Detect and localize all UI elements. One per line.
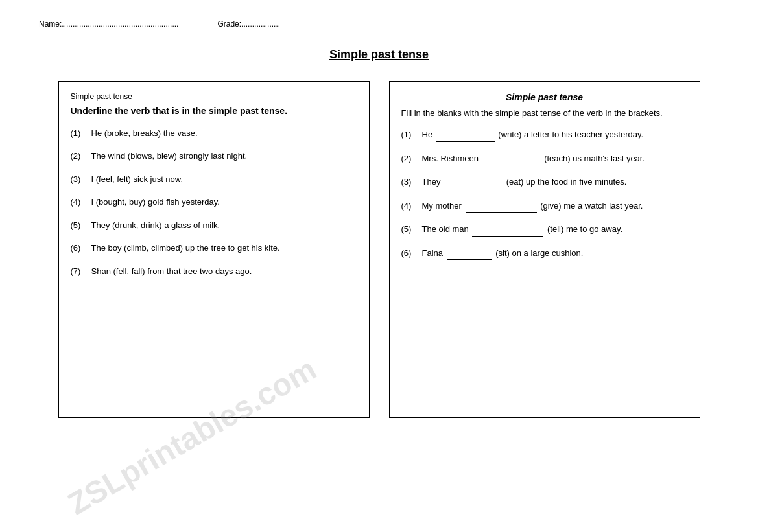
- list-item: (2) Mrs. Rishmeen (teach) us math's last…: [401, 152, 688, 166]
- blank-field: [447, 247, 492, 260]
- blank-field: [466, 200, 537, 213]
- item-number: (1): [71, 127, 91, 140]
- item-number: (5): [401, 223, 422, 237]
- item-text: My mother (give) me a watch last year.: [422, 200, 688, 213]
- item-text: Mrs. Rishmeen (teach) us math's last yea…: [422, 152, 688, 166]
- item-number: (2): [71, 150, 91, 163]
- item-text: I (bought, buy) gold fish yesterday.: [91, 196, 357, 209]
- left-box-title: Simple past tense: [71, 92, 357, 101]
- item-text: Faina (sit) on a large cushion.: [422, 247, 688, 260]
- item-text: They (eat) up the food in five minutes.: [422, 176, 688, 189]
- item-text: I (feel, felt) sick just now.: [91, 173, 357, 186]
- item-number: (4): [401, 200, 422, 213]
- list-item: (4) My mother (give) me a watch last yea…: [401, 200, 688, 213]
- list-item: (3) They (eat) up the food in five minut…: [401, 176, 688, 189]
- grade-field: Grade:..................: [217, 19, 280, 29]
- list-item: (1) He (broke, breaks) the vase.: [71, 127, 357, 140]
- list-item: (5) They (drunk, drink) a glass of milk.: [71, 219, 357, 232]
- item-text: They (drunk, drink) a glass of milk.: [91, 219, 357, 232]
- right-worksheet-box: Simple past tense Fill in the blanks wit…: [389, 81, 700, 418]
- item-text: Shan (fell, fall) from that tree two day…: [91, 265, 357, 278]
- item-number: (6): [71, 242, 91, 255]
- blank-field: [482, 152, 541, 166]
- item-number: (2): [401, 152, 422, 166]
- item-number: (4): [71, 196, 91, 209]
- left-worksheet-box: Simple past tense Underline the verb tha…: [58, 81, 370, 418]
- blank-field: [436, 128, 495, 142]
- list-item: (5) The old man (tell) me to go away.: [401, 223, 688, 237]
- item-number: (7): [71, 265, 91, 278]
- blank-field: [472, 223, 543, 237]
- item-number: (5): [71, 219, 91, 232]
- left-box-instruction: Underline the verb that is in the simple…: [71, 105, 357, 118]
- item-text: He (broke, breaks) the vase.: [91, 127, 357, 140]
- item-number: (3): [401, 176, 422, 189]
- list-item: (6) The boy (climb, climbed) up the tree…: [71, 242, 357, 255]
- worksheets-container: Simple past tense Underline the verb tha…: [39, 81, 719, 418]
- item-number: (6): [401, 247, 422, 260]
- blank-field: [444, 176, 503, 189]
- item-number: (1): [401, 128, 422, 142]
- list-item: (6) Faina (sit) on a large cushion.: [401, 247, 688, 260]
- right-box-instruction: Fill in the blanks with the simple past …: [401, 108, 688, 119]
- list-item: (3) I (feel, felt) sick just now.: [71, 173, 357, 186]
- item-text: He (write) a letter to his teacher yeste…: [422, 128, 688, 142]
- item-text: The boy (climb, climbed) up the tree to …: [91, 242, 357, 255]
- item-text: The wind (blows, blew) strongly last nig…: [91, 150, 357, 163]
- page-title: Simple past tense: [39, 48, 719, 62]
- list-item: (2) The wind (blows, blew) strongly last…: [71, 150, 357, 163]
- item-text: The old man (tell) me to go away.: [422, 223, 688, 237]
- header-row: Name:...................................…: [39, 19, 719, 29]
- name-field: Name:...................................…: [39, 19, 178, 29]
- list-item: (1) He (write) a letter to his teacher y…: [401, 128, 688, 142]
- right-box-title: Simple past tense: [401, 92, 688, 102]
- list-item: (7) Shan (fell, fall) from that tree two…: [71, 265, 357, 278]
- list-item: (4) I (bought, buy) gold fish yesterday.: [71, 196, 357, 209]
- item-number: (3): [71, 173, 91, 186]
